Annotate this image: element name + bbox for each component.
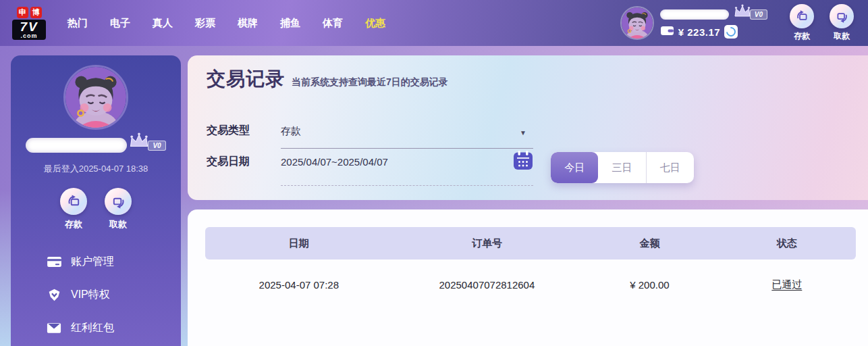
table-row: 2025-04-07 07:28 20250407072812604 ¥ 200… [205,260,856,310]
main-nav: 热门 电子 真人 彩票 棋牌 捕鱼 体育 优惠 [67,17,385,30]
crown-icon [128,132,150,152]
logo-badge-left: 申 [17,7,28,18]
deposit-button[interactable]: 存款 [786,4,817,42]
range-7days-button[interactable]: 七日 [646,152,694,183]
avatar-illustration [622,7,653,39]
bank-card-icon [46,256,62,268]
status-link[interactable]: 已通过 [771,278,802,290]
withdraw-icon [830,4,854,28]
transaction-type-label: 交易类型 [207,123,281,138]
logo-badge-right: 博 [30,7,42,18]
calendar-icon[interactable] [513,150,533,170]
sidebar-item-label: 红利红包 [71,321,114,335]
sidebar-item-label: VIP特权 [71,288,110,302]
cell-amount: ¥ 200.00 [581,260,717,310]
date-range-input[interactable]: 2025/04/07~2025/04/07 [281,154,533,186]
page-subtitle: 当前系统支持查询最近7日的交易记录 [292,76,448,89]
header-amount: 金额 [581,227,717,260]
nav-item-chess[interactable]: 棋牌 [238,17,258,30]
transaction-type-value: 存款 [281,125,301,137]
main-content: 交易记录 当前系统支持查询最近7日的交易记录 交易类型 存款 ▼ 交易日期 20… [188,55,868,346]
logo-box: 7V .com [12,20,46,40]
sidebar: V0 最后登入2025-04-07 18:38 存款 [11,55,181,346]
nav-item-slots[interactable]: 电子 [110,17,130,30]
deposit-label: 存款 [794,30,810,42]
sidebar-item-bonus[interactable]: 红利红包 [46,320,181,335]
balance-amount: ¥ 223.17 [678,26,720,38]
page-title: 交易记录 [207,66,285,92]
sidebar-item-vip[interactable]: VIP特权 [46,287,181,302]
range-today-button[interactable]: 今日 [551,152,598,183]
site-logo[interactable]: 申 博 7V .com [8,7,50,40]
sidebar-quick-actions: 存款 取款 [60,188,132,230]
wallet-icon [660,25,674,39]
transaction-table-card: 日期 订单号 金额 状态 2025-04-07 07:28 2025040707… [188,209,868,346]
deposit-button[interactable]: 存款 [60,188,87,230]
username-redacted [660,9,729,20]
header-date: 日期 [205,227,393,260]
withdraw-label: 取款 [834,30,850,42]
avatar-illustration [65,67,126,128]
sidebar-item-account[interactable]: 账户管理 [46,254,181,269]
user-block: V0 ¥ 223.17 [620,6,767,40]
user-info: V0 ¥ 223.17 [660,7,767,39]
refresh-balance-icon[interactable] [724,25,738,39]
logo-name: 7V [12,20,46,33]
sidebar-item-label: 账户管理 [71,255,114,269]
deposit-icon [60,188,87,215]
cell-order: 20250407072812604 [393,260,582,310]
vip-level-badge: V0 [750,9,767,20]
navbar-quick-actions: 存款 取款 [786,4,857,42]
username-redacted [26,138,127,153]
header-order: 订单号 [393,227,582,260]
sidebar-username-row: V0 [26,138,165,153]
deposit-label: 存款 [65,218,82,230]
transaction-type-select[interactable]: 存款 ▼ [281,123,533,149]
avatar[interactable] [620,6,654,40]
transaction-filter-card: 交易记录 当前系统支持查询最近7日的交易记录 交易类型 存款 ▼ 交易日期 20… [188,55,868,200]
chevron-down-icon[interactable]: ▼ [520,126,526,140]
page-body: V0 最后登入2025-04-07 18:38 存款 [0,46,868,346]
sidebar-avatar [63,65,128,130]
logo-suffix: .com [12,33,46,39]
nav-item-promo[interactable]: 优惠 [365,17,385,30]
withdraw-button[interactable]: 取款 [826,4,857,42]
range-3days-button[interactable]: 三日 [598,152,645,183]
deposit-icon [790,4,814,28]
nav-item-hot[interactable]: 热门 [67,17,88,30]
withdraw-button[interactable]: 取款 [105,188,132,230]
vip-level-badge: V0 [148,141,165,151]
top-navbar: 申 博 7V .com 热门 电子 真人 彩票 棋牌 捕鱼 体育 优惠 [0,0,868,46]
logo-badges: 申 博 [8,7,50,18]
nav-item-sports[interactable]: 体育 [323,17,343,30]
transaction-date-label: 交易日期 [207,154,281,169]
crown-icon [733,4,752,22]
date-range-value: 2025/04/07~2025/04/07 [281,156,388,168]
nav-item-lottery[interactable]: 彩票 [195,17,215,30]
withdraw-label: 取款 [109,218,127,230]
nav-item-fishing[interactable]: 捕鱼 [280,17,300,30]
last-login-text: 最后登入2025-04-07 18:38 [44,163,148,175]
cell-date: 2025-04-07 07:28 [205,260,393,310]
table-header-row: 日期 订单号 金额 状态 [205,227,856,260]
vip-badge-icon [46,288,62,302]
date-range-preset-group: 今日 三日 七日 [551,152,694,183]
withdraw-icon [105,188,132,215]
header-status: 状态 [718,227,856,260]
sidebar-menu: 账户管理 VIP特权 红利红包 [11,254,181,335]
navbar-right: V0 ¥ 223.17 [620,4,868,42]
red-envelope-icon [46,322,62,334]
transaction-table: 日期 订单号 金额 状态 2025-04-07 07:28 2025040707… [205,227,856,310]
nav-item-live[interactable]: 真人 [153,17,173,30]
